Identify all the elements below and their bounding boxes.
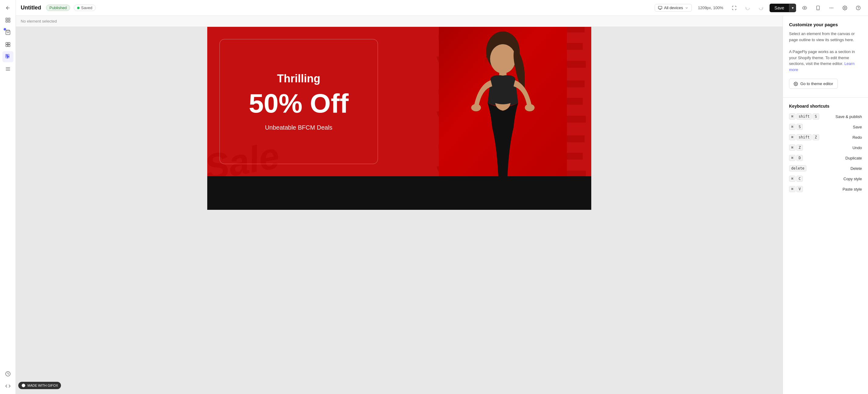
svg-point-37 bbox=[22, 384, 25, 387]
shortcut-label-4: Duplicate bbox=[845, 156, 862, 160]
shortcuts-title: Keyboard shortcuts bbox=[789, 104, 862, 109]
svg-point-20 bbox=[804, 7, 805, 8]
shortcut-row-6: ⌘CCopy style bbox=[789, 176, 862, 182]
shortcut-row-2: ⌘shiftZRedo bbox=[789, 134, 862, 140]
topbar: Untitled Published Saved All devices 120… bbox=[16, 0, 868, 16]
kbd-D: D bbox=[796, 155, 803, 161]
left-sidebar bbox=[0, 0, 16, 394]
canvas-content[interactable]: Thrilling 50% Off Unbeatable BFCM Deals … bbox=[207, 27, 591, 394]
panel-description-1: Select an element from the canvas or pag… bbox=[789, 31, 862, 43]
sidebar-cursor-icon[interactable] bbox=[2, 51, 13, 62]
zoom-info: 1209px, 100% bbox=[695, 4, 726, 11]
svg-point-24 bbox=[831, 7, 832, 8]
kbd-Z: Z bbox=[812, 134, 819, 140]
kbd-delete: delete bbox=[789, 165, 806, 171]
shortcut-label-1: Save bbox=[853, 125, 862, 129]
no-element-selected: No element selected bbox=[21, 19, 57, 24]
canvas-toolbar: No element selected bbox=[16, 16, 783, 27]
shortcut-row-0: ⌘shiftSSave & publish bbox=[789, 114, 862, 120]
sidebar-pages-icon[interactable] bbox=[2, 14, 13, 26]
shortcut-label-5: Delete bbox=[850, 166, 862, 171]
help-btn[interactable] bbox=[854, 3, 863, 13]
page-title: Untitled bbox=[21, 5, 41, 11]
sidebar-history-icon[interactable] bbox=[2, 368, 13, 380]
shortcut-label-3: Undo bbox=[852, 146, 862, 150]
kbd-⌘: ⌘ bbox=[789, 114, 796, 120]
connect-btn[interactable] bbox=[729, 3, 739, 13]
undo-btn[interactable] bbox=[743, 3, 752, 13]
sidebar-shop-icon[interactable] bbox=[2, 27, 13, 38]
shortcut-row-3: ⌘ZUndo bbox=[789, 145, 862, 151]
svg-point-23 bbox=[830, 7, 831, 8]
svg-rect-5 bbox=[6, 42, 8, 44]
sidebar-layers-icon[interactable] bbox=[2, 63, 13, 74]
device-selector[interactable]: All devices bbox=[655, 4, 692, 11]
gifox-badge: MADE WITH GIFOX bbox=[18, 382, 61, 389]
svg-rect-9 bbox=[5, 54, 7, 56]
svg-rect-3 bbox=[8, 21, 10, 22]
sidebar-code-icon[interactable] bbox=[2, 381, 13, 392]
redo-btn[interactable] bbox=[756, 3, 766, 13]
svg-point-30 bbox=[490, 44, 516, 73]
kbd-S: S bbox=[796, 124, 803, 130]
black-section[interactable] bbox=[207, 176, 591, 210]
panel-title: Customize your pages bbox=[789, 22, 862, 27]
save-button[interactable]: Save bbox=[770, 4, 789, 12]
content-area: No element selected Thrilling 50% Off Un… bbox=[16, 16, 868, 394]
shortcut-keys-7: ⌘V bbox=[789, 186, 823, 192]
gifox-label: MADE WITH GIFOX bbox=[27, 384, 58, 387]
shortcut-keys-0: ⌘shiftS bbox=[789, 114, 823, 120]
right-panel: Customize your pages Select an element f… bbox=[783, 16, 868, 394]
kbd-Z: Z bbox=[796, 145, 803, 151]
svg-point-26 bbox=[844, 7, 845, 8]
preview-btn[interactable] bbox=[800, 3, 809, 13]
shortcut-label-6: Copy style bbox=[843, 177, 862, 181]
theme-editor-button[interactable]: Go to theme editor bbox=[789, 79, 838, 89]
shortcut-keys-6: ⌘C bbox=[789, 176, 823, 182]
canvas-wrapper: No element selected Thrilling 50% Off Un… bbox=[16, 16, 783, 394]
svg-point-36 bbox=[795, 83, 796, 85]
responsive-btn[interactable] bbox=[813, 3, 823, 13]
svg-point-35 bbox=[525, 104, 534, 111]
save-btn-group: Save ▾ bbox=[770, 4, 796, 12]
svg-rect-0 bbox=[6, 18, 7, 20]
settings-btn[interactable] bbox=[840, 3, 850, 13]
kbd-V: V bbox=[796, 186, 803, 192]
more-btn[interactable] bbox=[827, 3, 836, 13]
svg-rect-2 bbox=[6, 21, 7, 22]
svg-rect-10 bbox=[7, 54, 9, 56]
hero-section[interactable]: Thrilling 50% Off Unbeatable BFCM Deals … bbox=[207, 27, 591, 176]
kbd-shift: shift bbox=[796, 134, 812, 140]
hero-model-image bbox=[439, 27, 567, 176]
kbd-shift: shift bbox=[796, 114, 812, 120]
svg-rect-17 bbox=[658, 6, 662, 8]
kbd-⌘: ⌘ bbox=[789, 134, 796, 140]
saved-dot bbox=[77, 7, 80, 9]
svg-rect-7 bbox=[6, 45, 8, 47]
svg-rect-6 bbox=[8, 42, 10, 44]
shortcut-keys-4: ⌘D bbox=[789, 155, 823, 161]
sidebar-badge bbox=[4, 28, 6, 30]
svg-rect-12 bbox=[7, 56, 9, 58]
kbd-⌘: ⌘ bbox=[789, 124, 796, 130]
svg-rect-1 bbox=[8, 18, 10, 20]
svg-rect-32 bbox=[499, 75, 502, 85]
hero-discount-text: 50% Off bbox=[249, 90, 349, 117]
main-container: Untitled Published Saved All devices 120… bbox=[16, 0, 868, 394]
sidebar-elements-icon[interactable] bbox=[2, 39, 13, 50]
save-dropdown-button[interactable]: ▾ bbox=[789, 4, 796, 12]
shortcut-keys-1: ⌘S bbox=[789, 124, 823, 130]
hero-subtitle-text: Unbeatable BFCM Deals bbox=[265, 124, 332, 131]
kbd-C: C bbox=[796, 176, 803, 182]
kbd-⌘: ⌘ bbox=[789, 176, 796, 182]
kbd-⌘: ⌘ bbox=[789, 145, 796, 151]
shortcuts-container: ⌘shiftSSave & publish⌘SSave⌘shiftZRedo⌘Z… bbox=[789, 114, 862, 192]
shortcut-row-4: ⌘DDuplicate bbox=[789, 155, 862, 161]
shortcut-row-1: ⌘SSave bbox=[789, 124, 862, 130]
svg-point-25 bbox=[832, 7, 833, 8]
hero-text-box[interactable]: Thrilling 50% Off Unbeatable BFCM Deals bbox=[219, 39, 378, 164]
kbd-⌘: ⌘ bbox=[789, 186, 796, 192]
panel-description-2: A PageFly page works as a section in you… bbox=[789, 49, 862, 72]
shortcut-label-2: Redo bbox=[852, 135, 862, 140]
sidebar-back-icon[interactable] bbox=[2, 2, 13, 13]
